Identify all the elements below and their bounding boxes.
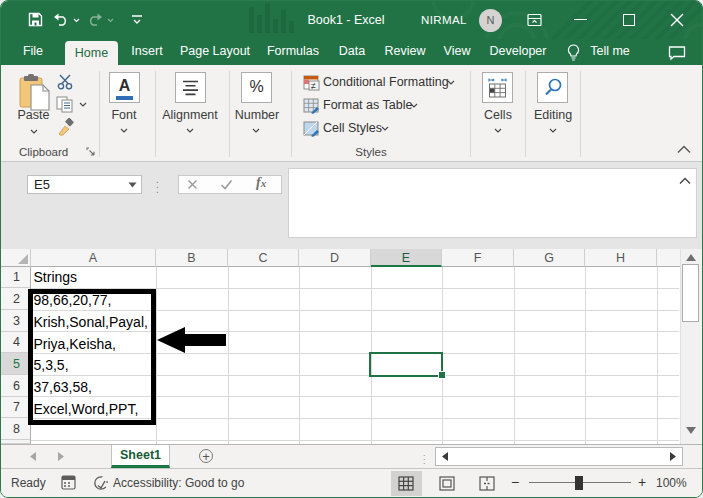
- svg-text:≠: ≠: [311, 81, 316, 91]
